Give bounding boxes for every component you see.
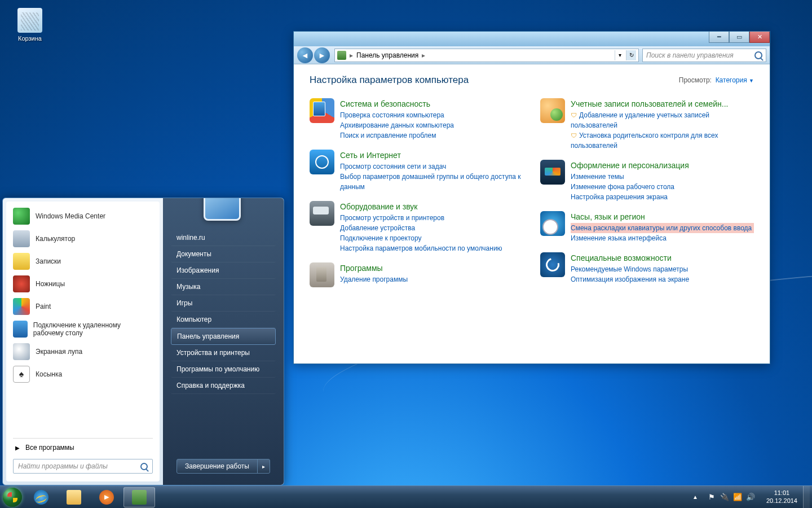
show-desktop-button[interactable] xyxy=(803,486,810,508)
start-item-calculator[interactable]: Калькулятор xyxy=(7,227,158,250)
control-panel-icon xyxy=(132,490,147,505)
start-right-computer[interactable]: Компьютер xyxy=(171,312,276,328)
view-by-dropdown[interactable]: Категория ▼ xyxy=(716,76,754,84)
start-button[interactable] xyxy=(0,486,25,509)
category-link[interactable]: Просмотр устройств и принтеров xyxy=(340,213,523,223)
start-right-default-programs[interactable]: Программы по умолчанию xyxy=(171,361,276,378)
taskbar-pin-explorer[interactable] xyxy=(58,487,90,507)
category-heading[interactable]: Система и безопасность xyxy=(340,98,523,110)
category-link[interactable]: Удаление программы xyxy=(340,274,523,284)
category-link[interactable]: Рекомендуемые Windows параметры xyxy=(571,264,754,274)
action-center-icon[interactable]: ⚑ xyxy=(707,493,716,502)
volume-icon[interactable]: 🔊 xyxy=(746,493,755,502)
category-heading[interactable]: Сеть и Интернет xyxy=(340,150,523,161)
category-link[interactable]: Просмотр состояния сети и задач xyxy=(340,161,523,172)
tray-clock[interactable]: 11:01 20.12.2014 xyxy=(761,489,803,505)
close-button[interactable]: ✕ xyxy=(749,32,770,43)
start-item-windows-media-center[interactable]: Windows Media Center xyxy=(7,205,158,227)
clock-region-icon xyxy=(540,211,565,236)
desktop-icon-recycle-bin[interactable]: Корзина xyxy=(10,8,50,42)
start-item-solitaire[interactable]: Косынка xyxy=(7,363,158,386)
search-input[interactable]: Поиск в панели управления xyxy=(642,49,766,62)
snipping-tool-icon xyxy=(13,275,30,292)
solitaire-icon xyxy=(13,366,30,383)
start-right-music[interactable]: Музыка xyxy=(171,279,276,295)
category-link[interactable]: Изменение фона рабочего стола xyxy=(571,182,754,192)
start-right-devices-printers[interactable]: Устройства и принтеры xyxy=(171,345,276,361)
minimize-button[interactable]: ━ xyxy=(709,32,729,43)
start-right-username[interactable]: winline.ru xyxy=(171,230,276,246)
shutdown-button[interactable]: Завершение работы ▸ xyxy=(176,459,270,474)
network-icon xyxy=(310,150,334,174)
category-link[interactable]: Добавление и удаление учетных записей по… xyxy=(571,110,754,130)
category-link[interactable]: Установка родительского контроля для все… xyxy=(571,130,754,151)
start-item-paint[interactable]: Paint xyxy=(7,295,158,318)
start-item-magnifier[interactable]: Экранная лупа xyxy=(7,340,158,363)
tray-show-hidden-icons[interactable]: ▲ xyxy=(689,494,701,500)
category-link[interactable]: Подключение к проектору xyxy=(340,233,523,243)
category-link[interactable]: Поиск и исправление проблем xyxy=(340,130,523,141)
shutdown-options-button[interactable]: ▸ xyxy=(257,459,270,473)
taskbar-pin-wmp[interactable] xyxy=(91,487,122,507)
address-bar[interactable]: ▸ Панель управления ▸ ▾ ↻ xyxy=(334,49,639,62)
start-item-snipping-tool[interactable]: Ножницы xyxy=(7,273,158,295)
wmc-icon xyxy=(13,208,30,225)
search-placeholder: Поиск в панели управления xyxy=(646,51,734,59)
category-heading[interactable]: Специальные возможности xyxy=(571,252,754,264)
category-link-keyboard-layout[interactable]: Смена раскладки клавиатуры или других сп… xyxy=(571,223,754,233)
category-link[interactable]: Оптимизация изображения на экране xyxy=(571,274,754,284)
start-right-pictures[interactable]: Изображения xyxy=(171,262,276,279)
window-titlebar[interactable]: ━ ▭ ✕ xyxy=(294,32,770,46)
tray-date: 20.12.2014 xyxy=(766,497,797,505)
start-right-documents[interactable]: Документы xyxy=(171,246,276,262)
network-icon[interactable]: 📶 xyxy=(733,493,742,502)
system-security-icon xyxy=(310,98,334,123)
category-link[interactable]: Настройка параметров мобильности по умол… xyxy=(340,243,523,253)
user-accounts-icon xyxy=(540,98,565,123)
address-dropdown-button[interactable]: ▾ xyxy=(615,50,625,60)
category-ease-of-access: Специальные возможности Рекомендуемые Wi… xyxy=(540,252,754,284)
search-icon xyxy=(754,51,762,59)
taskbar-pin-ie[interactable] xyxy=(25,487,57,507)
category-link[interactable]: Добавление устройства xyxy=(340,223,523,233)
category-heading[interactable]: Программы xyxy=(340,262,523,274)
taskbar-item-control-panel[interactable] xyxy=(123,487,155,507)
calculator-icon xyxy=(13,230,30,247)
windows-logo-icon xyxy=(3,488,22,507)
category-heading[interactable]: Учетные записи пользователей и семейн... xyxy=(571,98,754,110)
start-item-remote-desktop[interactable]: Подключение к удаленному рабочему столу xyxy=(7,318,158,340)
category-heading[interactable]: Оборудование и звук xyxy=(340,201,523,213)
category-link[interactable]: Изменение темы xyxy=(571,172,754,182)
all-programs-button[interactable]: ▶Все программы xyxy=(7,440,158,456)
breadcrumb-item[interactable]: Панель управления xyxy=(356,51,418,59)
start-right-games[interactable]: Игры xyxy=(171,295,276,312)
category-link[interactable]: Архивирование данных компьютера xyxy=(340,120,523,130)
start-right-help[interactable]: Справка и поддержка xyxy=(171,378,276,394)
start-search-input[interactable]: Найти программы и файлы xyxy=(13,459,153,474)
category-clock-language-region: Часы, язык и регион Смена раскладки клав… xyxy=(540,211,754,243)
start-menu-right-pane: winline.ru Документы Изображения Музыка … xyxy=(163,198,284,485)
search-placeholder: Найти программы и файлы xyxy=(18,462,108,470)
rdp-icon xyxy=(13,321,28,338)
category-heading[interactable]: Часы, язык и регион xyxy=(571,211,754,223)
start-item-sticky-notes[interactable]: Записки xyxy=(7,250,158,273)
maximize-button[interactable]: ▭ xyxy=(729,32,749,43)
nav-back-button[interactable]: ◄ xyxy=(297,47,313,63)
category-link[interactable]: Изменение языка интерфейса xyxy=(571,233,754,243)
control-panel-window: ━ ▭ ✕ ◄ ► ▸ Панель управления ▸ ▾ ↻ П xyxy=(293,31,770,364)
tray-time: 11:01 xyxy=(766,489,797,497)
wmp-icon xyxy=(99,490,114,505)
user-avatar[interactable] xyxy=(204,198,241,221)
category-link[interactable]: Настройка разрешения экрана xyxy=(571,192,754,202)
start-right-control-panel[interactable]: Панель управления xyxy=(171,328,276,345)
category-link[interactable]: Проверка состояния компьютера xyxy=(340,110,523,120)
power-icon[interactable]: 🔌 xyxy=(720,493,729,502)
category-link[interactable]: Выбор параметров домашней группы и общег… xyxy=(340,172,523,192)
category-hardware: Оборудование и звук Просмотр устройств и… xyxy=(310,201,523,253)
explorer-icon xyxy=(67,490,81,505)
category-heading[interactable]: Оформление и персонализация xyxy=(571,160,754,172)
refresh-button[interactable]: ↻ xyxy=(626,50,636,60)
nav-toolbar: ◄ ► ▸ Панель управления ▸ ▾ ↻ Поиск в па… xyxy=(294,46,770,64)
chevron-right-icon[interactable]: ▸ xyxy=(422,51,425,59)
nav-forward-button[interactable]: ► xyxy=(314,47,330,63)
